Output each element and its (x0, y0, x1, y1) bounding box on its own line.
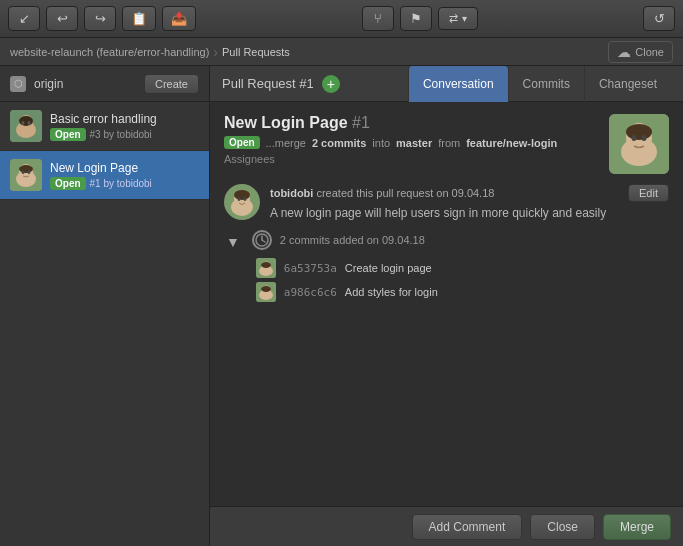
pr-body: New Login Page #1 Open ...merge 2 commit… (210, 102, 683, 506)
git-flow-btn[interactable]: ⇄ ▾ (438, 7, 478, 30)
pr-status-line: Open ...merge 2 commits into master from… (224, 136, 597, 149)
pr-from: from (438, 137, 460, 149)
add-comment-button[interactable]: Add Comment (412, 514, 523, 540)
svg-point-22 (238, 197, 241, 201)
svg-point-16 (632, 135, 637, 141)
activity-date: 09.04.18 (452, 187, 495, 199)
main-layout: ⬡ origin Create Basic error handling Ope (0, 66, 683, 546)
toolbar: ↙ ↩ ↪ 📋 📤 ⑂ ⚑ ⇄ ▾ ↺ (0, 0, 683, 38)
item-by-pr-1: #3 by tobidobi (90, 129, 152, 140)
commit-hash-2: a986c6c6 (284, 286, 337, 299)
svg-point-3 (19, 116, 33, 126)
pr-header-label: Pull Request #1 (222, 76, 314, 91)
tab-commits[interactable]: Commits (508, 66, 584, 102)
status-badge-pr-2: Open (50, 177, 86, 190)
activity-author: tobidobi (270, 187, 313, 199)
pr-title-section: New Login Page #1 Open ...merge 2 commit… (224, 114, 669, 174)
avatar-pr-1 (10, 110, 42, 142)
pr-into: into (372, 137, 390, 149)
commit-row-2: a986c6c6 Add styles for login (252, 282, 669, 302)
activity-item: tobidobi created this pull request on 09… (224, 184, 669, 220)
activity-meta: tobidobi created this pull request on 09… (270, 187, 494, 199)
create-pr-button[interactable]: Create (144, 74, 199, 94)
commit-msg-2: Add styles for login (345, 286, 438, 298)
commit-row-1: 6a53753a Create login page (252, 258, 669, 278)
commit-avatar-1 (256, 258, 276, 278)
svg-point-11 (28, 170, 31, 174)
commits-section: ▼ 2 commits added on 09.04.18 (224, 230, 669, 306)
svg-point-5 (28, 121, 31, 125)
item-title-pr-1: Basic error handling (50, 112, 157, 126)
item-info-pr-2: New Login Page Open #1 by tobidobi (50, 161, 152, 190)
activity-avatar (224, 184, 260, 220)
breadcrumb: website-relaunch (feature/error-handling… (0, 38, 683, 66)
item-title-pr-2: New Login Page (50, 161, 152, 175)
pr-title-name: New Login Page (224, 114, 348, 131)
tabs: Conversation Commits Changeset (408, 66, 671, 102)
sidebar-item-pr-1[interactable]: Basic error handling Open #3 by tobidobi (0, 102, 209, 151)
pr-thumbnail (609, 114, 669, 174)
activity-action: created this pull request on (316, 187, 451, 199)
edit-button[interactable]: Edit (628, 184, 669, 202)
svg-point-4 (22, 121, 25, 125)
collapse-button[interactable]: ▼ (224, 232, 242, 252)
item-meta-pr-1: Open #3 by tobidobi (50, 128, 157, 141)
svg-line-26 (262, 240, 265, 242)
assignees-label: Assignees (224, 153, 597, 165)
pr-status-badge: Open (224, 136, 260, 149)
svg-point-30 (261, 262, 271, 268)
sidebar-header: ⬡ origin Create (0, 66, 209, 102)
commits-header: 2 commits added on 09.04.18 (252, 230, 669, 250)
clock-icon (252, 230, 272, 250)
sidebar-item-pr-2[interactable]: New Login Page Open #1 by tobidobi (0, 151, 209, 200)
status-badge-pr-1: Open (50, 128, 86, 141)
clone-button[interactable]: ☁ Clone (608, 41, 673, 63)
activity-content: tobidobi created this pull request on 09… (270, 184, 669, 220)
push-btn[interactable]: ↪ (84, 6, 116, 31)
pr-commits-count: 2 commits (312, 137, 366, 149)
sidebar: ⬡ origin Create Basic error handling Ope (0, 66, 210, 546)
merge-button[interactable]: Merge (603, 514, 671, 540)
footer: Add Comment Close Merge (210, 506, 683, 546)
tab-conversation[interactable]: Conversation (408, 66, 508, 102)
breadcrumb-sep: › (213, 44, 218, 60)
stash-btn[interactable]: 📋 (122, 6, 156, 31)
pop-btn[interactable]: 📤 (162, 6, 196, 31)
commit-msg-1: Create login page (345, 262, 432, 274)
item-info-pr-1: Basic error handling Open #3 by tobidobi (50, 112, 157, 141)
pr-title-number: #1 (352, 114, 370, 131)
refresh-btn[interactable]: ↺ (643, 6, 675, 31)
svg-point-17 (642, 135, 647, 141)
commits-summary: 2 commits added on 09.04.18 (280, 234, 425, 246)
clone-label: Clone (635, 46, 664, 58)
svg-point-34 (261, 286, 271, 292)
branch-btn[interactable]: ⑂ (362, 6, 394, 31)
item-meta-pr-2: Open #1 by tobidobi (50, 177, 152, 190)
commits-content: 2 commits added on 09.04.18 6a (252, 230, 669, 306)
content-panel: Pull Request #1 + Conversation Commits C… (210, 66, 683, 546)
commit-avatar-2 (256, 282, 276, 302)
activity-header: tobidobi created this pull request on 09… (270, 184, 669, 202)
repo-path: website-relaunch (feature/error-handling… (10, 46, 209, 58)
svg-point-23 (244, 197, 247, 201)
fetch-btn[interactable]: ↙ (8, 6, 40, 31)
pr-title: New Login Page #1 (224, 114, 597, 132)
close-button[interactable]: Close (530, 514, 595, 540)
pull-btn[interactable]: ↩ (46, 6, 78, 31)
pr-header: Pull Request #1 + Conversation Commits C… (210, 66, 683, 102)
svg-point-15 (626, 124, 652, 140)
origin-label: origin (34, 77, 63, 91)
breadcrumb-section: Pull Requests (222, 46, 290, 58)
pr-target: master (396, 137, 432, 149)
svg-point-21 (234, 190, 250, 200)
svg-point-9 (19, 165, 33, 173)
pr-source: feature/new-login (466, 137, 557, 149)
item-by-pr-2: #1 by tobidobi (90, 178, 152, 189)
add-pr-button[interactable]: + (322, 75, 340, 93)
svg-point-10 (22, 170, 25, 174)
activity-comment: A new login page will help users sign in… (270, 206, 669, 220)
tab-changeset[interactable]: Changeset (584, 66, 671, 102)
cloud-icon: ☁ (617, 44, 631, 60)
tag-btn[interactable]: ⚑ (400, 6, 432, 31)
pr-title-text: New Login Page #1 Open ...merge 2 commit… (224, 114, 597, 165)
